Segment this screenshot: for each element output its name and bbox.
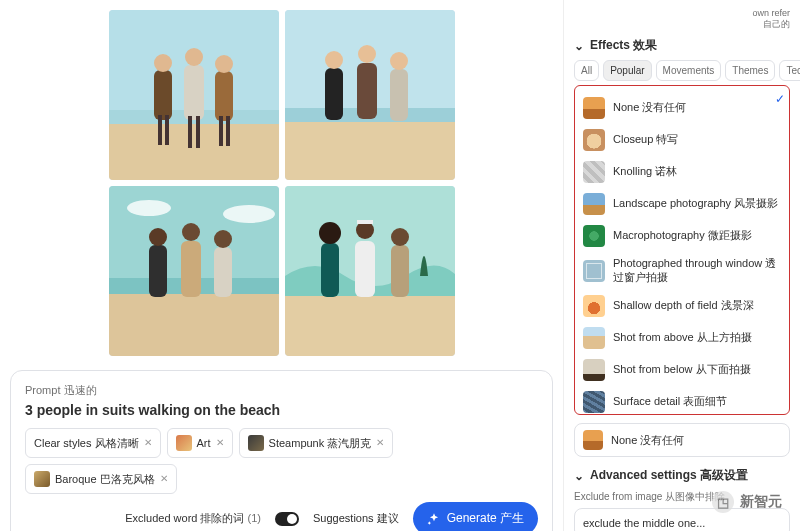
prompt-text[interactable]: 3 people in suits walking on the beach [25, 402, 538, 418]
svg-rect-29 [149, 245, 167, 297]
generate-button[interactable]: Generate 产生 [413, 502, 538, 531]
suggestions-toggle[interactable] [275, 512, 299, 526]
effect-label: None 没有任何 [613, 101, 686, 115]
style-chip[interactable]: Art✕ [167, 428, 233, 458]
effect-thumb-icon [583, 193, 605, 215]
svg-rect-1 [109, 118, 279, 180]
svg-rect-6 [165, 115, 169, 145]
result-image[interactable] [109, 186, 279, 356]
chevron-down-icon: ⌄ [574, 39, 584, 53]
close-icon[interactable]: ✕ [160, 474, 168, 484]
effect-thumb-icon [583, 129, 605, 151]
effect-item[interactable]: None 没有任何 [581, 92, 783, 124]
image-gallery [10, 10, 553, 356]
effect-item[interactable]: Shot from above 从上方拍摄 [581, 322, 783, 354]
suggestions-label: Suggestions 建议 [313, 511, 399, 526]
svg-rect-9 [188, 116, 192, 148]
effects-tabs: AllPopularMovementsThemesTechn [574, 60, 790, 81]
effect-thumb-icon [583, 260, 605, 282]
prompt-label: Prompt 迅速的 [25, 383, 538, 398]
style-swatch-icon [248, 435, 264, 451]
svg-point-19 [325, 51, 343, 69]
effects-tab[interactable]: Techn [779, 60, 800, 81]
effects-list: ✓ None 没有任何Closeup 特写Knolling 诺林Landscap… [574, 85, 790, 415]
svg-point-21 [358, 45, 376, 63]
svg-rect-11 [215, 71, 233, 121]
effect-thumb-icon [583, 225, 605, 247]
prompt-panel: Prompt 迅速的 3 people in suits walking on … [10, 370, 553, 531]
result-image[interactable] [109, 10, 279, 180]
effect-label: Landscape photography 风景摄影 [613, 197, 778, 211]
generate-icon [427, 512, 441, 526]
chip-label: Art [197, 438, 211, 449]
effect-label: Shot from above 从上方拍摄 [613, 331, 752, 345]
svg-point-38 [319, 222, 341, 244]
effect-thumb-icon [583, 359, 605, 381]
result-image[interactable] [285, 10, 455, 180]
svg-rect-14 [226, 116, 230, 146]
effect-item[interactable]: Macrophotography 微距摄影 [581, 220, 783, 252]
svg-rect-5 [158, 115, 162, 145]
effect-label: Macrophotography 微距摄影 [613, 229, 752, 243]
svg-point-23 [390, 52, 408, 70]
effect-item[interactable]: Landscape photography 风景摄影 [581, 188, 783, 220]
style-chip[interactable]: Steampunk 蒸汽朋克✕ [239, 428, 394, 458]
style-swatch-icon [34, 471, 50, 487]
effects-section-header[interactable]: ⌄ Effects 效果 [574, 37, 790, 54]
svg-rect-31 [181, 241, 201, 297]
style-chip[interactable]: Clear styles 风格清晰✕ [25, 428, 161, 458]
chip-label: Clear styles 风格清晰 [34, 438, 139, 449]
effects-tab[interactable]: All [574, 60, 599, 81]
svg-rect-39 [355, 241, 375, 297]
svg-point-8 [185, 48, 203, 66]
svg-point-34 [214, 230, 232, 248]
effect-thumb-icon [583, 295, 605, 317]
svg-point-12 [215, 55, 233, 73]
effect-item[interactable]: Photographed through window 透过窗户拍摄 [581, 252, 783, 290]
effect-thumb-icon [583, 327, 605, 349]
watermark-icon: ◳ [712, 491, 734, 513]
svg-point-28 [127, 200, 171, 216]
effects-tab[interactable]: Popular [603, 60, 651, 81]
effect-thumb-icon [583, 391, 605, 413]
effect-item[interactable]: Closeup 特写 [581, 124, 783, 156]
effect-label: Surface detail 表面细节 [613, 395, 727, 409]
svg-rect-10 [196, 116, 200, 148]
effect-item[interactable]: Knolling 诺林 [581, 156, 783, 188]
effect-label: Shallow depth of field 浅景深 [613, 299, 754, 313]
watermark: ◳ 新智元 [712, 491, 782, 513]
effect-thumb-icon [583, 97, 605, 119]
selected-effect[interactable]: None 没有任何 [574, 423, 790, 457]
effect-item[interactable]: Shot from below 从下面拍摄 [581, 354, 783, 386]
style-swatch-icon [176, 435, 192, 451]
svg-rect-7 [184, 65, 204, 120]
chip-label: Baroque 巴洛克风格 [55, 474, 155, 485]
svg-point-30 [149, 228, 167, 246]
effect-label: Knolling 诺林 [613, 165, 677, 179]
close-icon[interactable]: ✕ [376, 438, 384, 448]
svg-rect-33 [214, 247, 232, 297]
chip-label: Steampunk 蒸汽朋克 [269, 438, 372, 449]
svg-rect-13 [219, 116, 223, 146]
svg-rect-37 [321, 243, 339, 297]
advanced-section-header[interactable]: ⌄ Advanced settings 高级设置 [574, 467, 790, 484]
effects-tab[interactable]: Themes [725, 60, 775, 81]
effect-thumb-icon [583, 161, 605, 183]
excluded-word-label[interactable]: Excluded word 排除的词 (1) [125, 511, 261, 526]
svg-rect-22 [390, 69, 408, 121]
close-icon[interactable]: ✕ [216, 438, 224, 448]
effect-item[interactable]: Surface detail 表面细节 [581, 386, 783, 416]
svg-point-43 [391, 228, 409, 246]
style-chip[interactable]: Baroque 巴洛克风格✕ [25, 464, 177, 494]
effect-label: Shot from below 从下面拍摄 [613, 363, 751, 377]
svg-rect-3 [154, 70, 172, 120]
effect-item[interactable]: Shallow depth of field 浅景深 [581, 290, 783, 322]
close-icon[interactable]: ✕ [144, 438, 152, 448]
own-reference-note: own refer 自己的 [574, 8, 790, 31]
effects-tab[interactable]: Movements [656, 60, 722, 81]
svg-rect-20 [357, 63, 377, 119]
svg-rect-36 [285, 288, 455, 356]
svg-rect-41 [357, 220, 373, 224]
chevron-down-icon: ⌄ [574, 469, 584, 483]
result-image[interactable] [285, 186, 455, 356]
